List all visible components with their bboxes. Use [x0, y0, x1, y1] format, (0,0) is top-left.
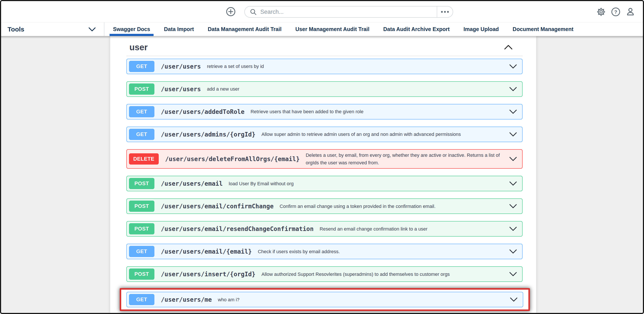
- method-badge: POST: [129, 84, 154, 95]
- endpoint-description: load User By Email without org: [229, 180, 503, 188]
- top-right-icons: ?: [596, 1, 635, 22]
- method-badge: GET: [129, 246, 154, 257]
- endpoint-path: /user/users/email: [161, 180, 223, 187]
- chevron-down-icon[interactable]: [509, 132, 517, 137]
- tab-document-management[interactable]: Document Management: [506, 22, 580, 36]
- search-more-button[interactable]: [437, 6, 453, 17]
- tab-data-management-audit-trail[interactable]: Data Management Audit Trail: [201, 22, 288, 36]
- tab-data-import[interactable]: Data Import: [157, 22, 201, 36]
- method-badge: GET: [129, 129, 154, 140]
- endpoint-path: /user/users: [161, 86, 201, 93]
- search-icon: [250, 8, 257, 16]
- endpoint-description: Retrieve users that have been added to t…: [250, 108, 503, 116]
- chevron-down-icon[interactable]: [510, 297, 518, 302]
- method-badge: GET: [129, 61, 154, 72]
- endpoint-path: /user/users/email/confirmChange: [161, 203, 274, 210]
- endpoint-description: Deletes a user, by email, from every org…: [306, 152, 503, 166]
- tab-user-management-audit-trail[interactable]: User Management Audit Trail: [288, 22, 376, 36]
- method-badge: GET: [129, 106, 154, 117]
- endpoint-path: /user/users/me: [161, 296, 212, 303]
- method-badge: POST: [129, 178, 154, 189]
- method-badge: POST: [129, 200, 154, 212]
- search-bar: [244, 6, 453, 18]
- endpoint-path: /user/users: [161, 63, 201, 70]
- endpoint-row[interactable]: POST/user/users/email/resendChangeConfir…: [126, 221, 522, 236]
- chevron-down-icon[interactable]: [509, 64, 517, 69]
- endpoint-path: /user/users/email/resendChangeConfirmati…: [161, 225, 314, 232]
- annotation-highlight-box: GET/user/users/mewho am i?: [120, 288, 530, 311]
- tab-data-audit-archive-export[interactable]: Data Audit Archive Export: [376, 22, 456, 36]
- section-header-user[interactable]: user: [126, 42, 522, 52]
- endpoint-row[interactable]: POST/user/users/emailload User By Email …: [126, 176, 522, 191]
- chevron-up-icon[interactable]: [504, 45, 513, 50]
- endpoint-row[interactable]: GET/user/users/addedToRoleRetrieve users…: [126, 104, 522, 120]
- endpoint-path: /user/users/deleteFromAllOrgs/{email}: [165, 156, 300, 162]
- method-badge: POST: [129, 268, 154, 280]
- endpoint-description: Check if users exists by email address.: [258, 248, 503, 255]
- endpoint-description: Confirm an email change using a token pr…: [280, 202, 503, 210]
- content-area: user GET/user/usersretrieve a set of use…: [1, 36, 643, 313]
- chevron-down-icon[interactable]: [509, 156, 517, 161]
- endpoint-path: /user/users/email/{email}: [161, 248, 252, 255]
- chevron-down-icon: [88, 27, 96, 32]
- chevron-down-icon[interactable]: [509, 87, 517, 92]
- method-badge: DELETE: [129, 153, 159, 164]
- chevron-down-icon[interactable]: [509, 226, 517, 231]
- tab-bar: Swagger DocsData ImportData Management A…: [104, 22, 580, 36]
- section-title: user: [130, 42, 148, 52]
- user-account-icon[interactable]: [626, 7, 635, 16]
- gear-icon[interactable]: [596, 7, 606, 16]
- method-badge: GET: [129, 294, 154, 305]
- endpoint-description: Resend an email change confirmation link…: [320, 225, 503, 233]
- endpoint-row[interactable]: GET/user/users/mewho am i?: [126, 292, 523, 307]
- endpoint-row[interactable]: DELETE/user/users/deleteFromAllOrgs/{ema…: [126, 149, 522, 169]
- chevron-down-icon[interactable]: [509, 181, 517, 186]
- endpoint-description: retrieve a set of users by id: [207, 62, 503, 70]
- endpoint-row[interactable]: POST/user/users/insert/{orgId}Allow auth…: [126, 266, 522, 282]
- endpoint-description: Allow super admin to retrieve admin user…: [262, 130, 503, 138]
- tools-dropdown[interactable]: Tools: [1, 22, 104, 36]
- svg-text:?: ?: [614, 9, 617, 14]
- endpoint-description: add a new user: [207, 85, 503, 93]
- help-icon[interactable]: ?: [611, 7, 620, 16]
- swagger-panel: user GET/user/usersretrieve a set of use…: [110, 36, 536, 313]
- endpoint-row[interactable]: POST/user/users/email/confirmChangeConfi…: [126, 198, 522, 214]
- chevron-down-icon[interactable]: [509, 249, 517, 254]
- tab-swagger-docs[interactable]: Swagger Docs: [106, 22, 157, 36]
- endpoint-row[interactable]: GET/user/users/admins/{orgId}Allow super…: [126, 126, 522, 142]
- search-input[interactable]: [260, 8, 437, 16]
- plus-circle-icon[interactable]: [226, 7, 236, 16]
- swagger-docs: user GET/user/usersretrieve a set of use…: [110, 36, 536, 313]
- method-badge: POST: [129, 223, 154, 234]
- endpoint-list: GET/user/usersretrieve a set of users by…: [126, 59, 522, 311]
- endpoint-path: /user/users/admins/{orgId}: [161, 131, 255, 138]
- endpoint-description: Allow authorized Support Resovlerites (s…: [262, 270, 503, 278]
- endpoint-path: /user/users/insert/{orgId}: [161, 271, 255, 278]
- window-frame: ? Tools Swagger DocsData ImportData Mana…: [0, 0, 644, 314]
- top-bar: ?: [1, 1, 643, 22]
- ellipsis-icon: [441, 11, 443, 13]
- endpoint-row[interactable]: GET/user/users/email/{email}Check if use…: [126, 244, 522, 259]
- endpoint-row[interactable]: POST/user/usersadd a new user: [126, 81, 522, 97]
- tab-image-upload[interactable]: Image Upload: [456, 22, 506, 36]
- toolbar: Tools Swagger DocsData ImportData Manage…: [1, 22, 643, 36]
- tools-label: Tools: [8, 26, 24, 33]
- endpoint-row[interactable]: GET/user/usersretrieve a set of users by…: [126, 59, 522, 74]
- chevron-down-icon[interactable]: [509, 272, 517, 276]
- endpoint-path: /user/users/addedToRole: [161, 108, 244, 116]
- chevron-down-icon[interactable]: [509, 204, 517, 208]
- endpoint-description: who am i?: [218, 296, 504, 304]
- section-divider: [126, 56, 522, 56]
- chevron-down-icon[interactable]: [509, 109, 517, 114]
